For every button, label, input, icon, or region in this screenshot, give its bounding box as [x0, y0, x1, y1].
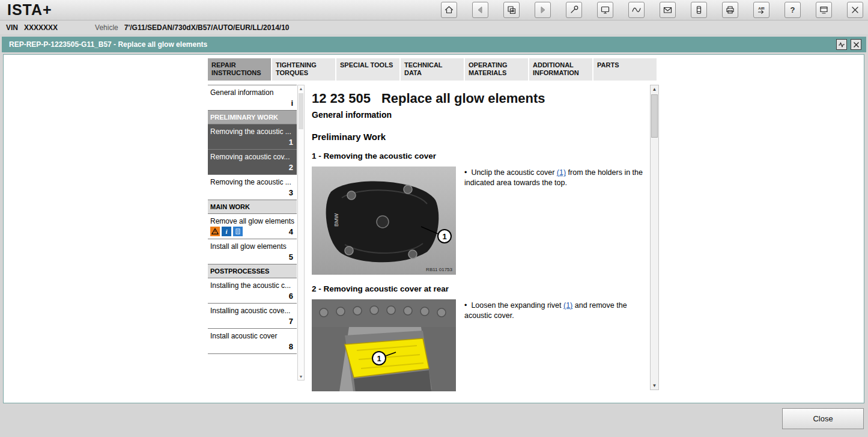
- vin-label: VIN: [6, 23, 18, 32]
- measurement-button[interactable]: [628, 2, 645, 18]
- mail-icon: [663, 5, 673, 15]
- step-7[interactable]: Installing acoustic cove... 7: [208, 304, 297, 329]
- document-icon: [233, 227, 243, 236]
- callout-1-link[interactable]: (1): [563, 301, 572, 310]
- step1-instruction-text: Unclip the acoustic cover (1) from the h…: [464, 168, 651, 275]
- svg-text:?: ?: [791, 5, 795, 14]
- step2-image: 1: [312, 299, 456, 391]
- section-preliminary-work[interactable]: PRELIMINARY WORK: [208, 111, 297, 124]
- operations-list-icon: [506, 5, 517, 15]
- tab-repair-instructions[interactable]: REPAIR INSTRUCTIONS: [208, 58, 271, 81]
- vehicle-info-bar: VIN XXXXXXX Vehicle 7'/G11/SEDAN/730dX/B…: [0, 21, 868, 34]
- ista-window: ISTA+: [0, 0, 868, 437]
- engine-cover-label: BMW: [333, 213, 339, 227]
- forward-button[interactable]: [535, 2, 551, 18]
- step-number: 7: [289, 317, 293, 326]
- top-toolbar: ISTA+: [0, 0, 868, 20]
- step-2[interactable]: Removing acoustic cov... 2: [208, 150, 297, 175]
- tab-special-tools[interactable]: SPECIAL TOOLS: [336, 58, 399, 81]
- toolbar-buttons: AIR ?: [441, 2, 863, 18]
- scrollbar-thumb[interactable]: [299, 93, 303, 129]
- step-number: 5: [289, 252, 293, 261]
- step-number: 1: [289, 138, 293, 147]
- mail-button[interactable]: [660, 2, 676, 18]
- document-content: 12 23 505Replace all glow elements Gener…: [308, 85, 651, 391]
- scrollbar-thumb[interactable]: [651, 94, 658, 138]
- document-close-button[interactable]: [851, 39, 861, 50]
- scroll-up-arrow-icon[interactable]: [651, 87, 658, 92]
- close-icon: [850, 5, 860, 15]
- device-icon: [694, 5, 704, 15]
- help-icon: ?: [788, 5, 798, 15]
- air-conditioning-icon: AIR: [756, 5, 766, 15]
- step2-instruction-text: Loosen the expanding rivet (1) and remov…: [464, 301, 651, 391]
- step-1[interactable]: Removing the acoustic ... 1: [208, 124, 297, 150]
- step-number: 3: [289, 188, 293, 197]
- callout-1-marker: 1: [442, 232, 446, 241]
- step2-block: 1 Loosen the expanding rivet (1) and rem…: [312, 299, 651, 391]
- section-main-work[interactable]: MAIN WORK: [208, 200, 297, 214]
- step1-instructions: Unclip the acoustic cover (1) from the h…: [464, 167, 651, 275]
- step-number: 4: [289, 227, 293, 236]
- home-icon: [444, 5, 454, 15]
- page-title: 12 23 505Replace all glow elements: [312, 91, 651, 106]
- home-button[interactable]: [441, 2, 457, 18]
- document-title-bar: REP-REP-P-1223505-G11_B57 - Replace all …: [2, 37, 866, 52]
- step2-heading: 2 - Removing acoustic cover at rear: [312, 284, 651, 293]
- step-5[interactable]: Install all glow elements 5: [208, 239, 297, 264]
- document-title: REP-REP-P-1223505-G11_B57 - Replace all …: [9, 40, 207, 49]
- step-number: 6: [289, 292, 293, 301]
- close-button[interactable]: Close: [782, 408, 864, 429]
- step1-block: BMW 1 RB11 01753 Unclip the acoustic cov…: [312, 167, 651, 275]
- repair-title: Replace all glow elements: [381, 91, 545, 106]
- callout-1-marker: 1: [377, 354, 381, 363]
- scroll-up-arrow-icon[interactable]: [298, 87, 304, 91]
- step-number: i: [291, 99, 293, 108]
- tab-parts[interactable]: PARTS: [593, 58, 657, 81]
- help-button[interactable]: ?: [785, 2, 801, 18]
- close-icon: [852, 41, 860, 49]
- monitor-button[interactable]: [597, 2, 613, 18]
- tab-additional-information[interactable]: ADDITIONAL INFORMATION: [529, 58, 592, 81]
- repair-code: 12 23 505: [312, 91, 371, 106]
- subtitle: General information: [312, 110, 651, 120]
- air-conditioning-button[interactable]: AIR: [753, 2, 769, 18]
- signal-button[interactable]: [836, 39, 847, 50]
- back-button[interactable]: [472, 2, 488, 18]
- step-list-scrollbar[interactable]: [297, 85, 305, 380]
- document-title-buttons: [836, 39, 861, 50]
- step-annotation-icons: i: [210, 227, 243, 236]
- warning-icon: [210, 227, 220, 236]
- app-close-button[interactable]: [847, 2, 863, 18]
- content-scrollbar[interactable]: [650, 85, 659, 390]
- callout-1-link[interactable]: (1): [557, 168, 566, 177]
- app-logo: ISTA+: [7, 1, 52, 19]
- step-general-information[interactable]: General information i: [208, 85, 297, 111]
- step2-instructions: Loosen the expanding rivet (1) and remov…: [464, 299, 651, 391]
- tab-tightening-torques[interactable]: TIGHTENING TORQUES: [272, 58, 335, 81]
- scroll-down-arrow-icon[interactable]: [298, 374, 304, 379]
- window-icon: [819, 5, 829, 15]
- operations-list-button[interactable]: [503, 2, 520, 18]
- wrench-icon: [569, 5, 579, 15]
- figure-reference: RB11 01753: [426, 267, 452, 272]
- section-postprocesses[interactable]: POSTPROCESSES: [208, 264, 297, 278]
- document-panel: REPAIR INSTRUCTIONS TIGHTENING TORQUES S…: [3, 54, 864, 403]
- svg-text:AIR: AIR: [758, 6, 765, 10]
- scroll-down-arrow-icon[interactable]: [651, 383, 658, 388]
- vin-value: XXXXXXX: [24, 23, 58, 32]
- measurement-icon: [631, 5, 642, 15]
- step-4[interactable]: Remove all glow elements i 4: [208, 214, 297, 239]
- device-button[interactable]: [691, 2, 707, 18]
- tab-operating-materials[interactable]: OPERATING MATERIALS: [465, 58, 528, 81]
- tab-technical-data[interactable]: TECHNICAL DATA: [401, 58, 464, 81]
- step-8[interactable]: Install acoustic cover 8: [208, 329, 297, 354]
- step-3[interactable]: Removing the acoustic ... 3: [208, 175, 297, 200]
- step1-heading: 1 - Removing the acoustic cover: [312, 151, 651, 160]
- window-button[interactable]: [816, 2, 832, 18]
- printer-icon: [725, 5, 735, 15]
- wrench-button[interactable]: [566, 2, 582, 18]
- printer-button[interactable]: [722, 2, 738, 18]
- step-6[interactable]: Installing the acoustic c... 6: [208, 278, 297, 304]
- info-icon: i: [222, 227, 231, 236]
